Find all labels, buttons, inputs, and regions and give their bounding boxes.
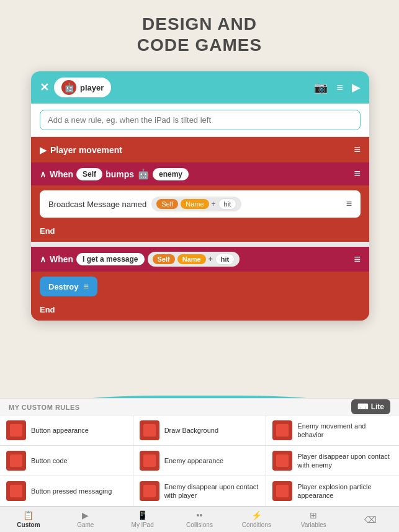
nav-variables-label: Variables xyxy=(301,521,326,528)
broadcast-text: Broadcast Message named xyxy=(48,200,146,209)
when-menu-1[interactable]: ≡ xyxy=(354,167,361,180)
rule-cell-8[interactable]: Player explosion particle appearance xyxy=(266,476,399,506)
enemy-sprite-1: 🤖 xyxy=(137,168,150,180)
rule-cell-0[interactable]: Button appearance xyxy=(0,415,133,445)
top-heading: DESIGN AND CODE GAMES xyxy=(0,0,399,66)
play-icon[interactable]: ▶ xyxy=(352,81,361,94)
delete-icon: ⌫ xyxy=(364,515,377,525)
bumps-text: bumps xyxy=(105,169,134,179)
destroy-button[interactable]: Destroy ≡ xyxy=(40,277,97,296)
rule-thumb-icon-7 xyxy=(143,485,156,497)
when2-plus: + xyxy=(208,255,213,264)
nav-collisions-label: Collisions xyxy=(186,521,213,528)
rule-cell-7[interactable]: Enemy disappear upon contact with player xyxy=(133,476,266,506)
rule-thumb-icon-3 xyxy=(10,454,22,467)
when2-hit-pill[interactable]: hit xyxy=(215,254,235,265)
destroy-block: Destroy ≡ xyxy=(31,272,369,301)
rule-thumb-icon-5 xyxy=(276,454,289,467)
enemy-pill-1[interactable]: enemy xyxy=(153,168,189,180)
chevron-down-icon-2: ∧ xyxy=(40,254,46,264)
rule-cell-6[interactable]: Button pressed messaging xyxy=(0,476,133,506)
when-block-2: ∧ When I get a message Self Name + hit ≡ xyxy=(31,247,369,321)
rule-cell-3[interactable]: Button code xyxy=(0,446,133,476)
destroy-menu-icon[interactable]: ≡ xyxy=(83,282,88,291)
nav-custom-label: Custom xyxy=(17,521,40,528)
heading-line1: DESIGN AND xyxy=(142,14,257,33)
broadcast-name-pill[interactable]: Name xyxy=(181,199,208,209)
when-title-2: ∧ When I get a message Self Name + hit xyxy=(40,252,240,267)
variables-icon: ⊞ xyxy=(310,510,317,520)
camera-icon[interactable]: 📷 xyxy=(314,81,328,94)
rule-text-8: Player explosion particle appearance xyxy=(297,482,393,500)
rule-text-0: Button appearance xyxy=(31,426,89,435)
broadcast-hit-pill[interactable]: hit xyxy=(218,198,237,210)
lite-badge[interactable]: ⌨ Lite xyxy=(351,399,390,414)
rule-thumb-7 xyxy=(140,481,159,501)
expand-icon[interactable]: ▶ xyxy=(40,145,47,155)
keyboard-icon: ⌨ xyxy=(357,402,368,411)
when2-name-pill[interactable]: Name xyxy=(177,254,206,264)
rule-thumb-4 xyxy=(140,451,159,471)
rule-text-4: Enemy appearance xyxy=(164,456,223,465)
rule-thumb-2 xyxy=(272,420,292,440)
rule-thumb-icon-2 xyxy=(276,424,289,437)
when-header-1: ∧ When Self bumps 🤖 enemy ≡ xyxy=(31,162,369,185)
end-label-2: End xyxy=(31,301,369,321)
rule-thumb-3 xyxy=(6,451,26,471)
broadcast-self-pill[interactable]: Self xyxy=(156,199,178,209)
rule-section-header: ▶ Player movement ≡ xyxy=(31,137,369,162)
search-input[interactable] xyxy=(40,110,361,130)
rule-text-5: Player disappear upon contact with enemy xyxy=(297,452,393,470)
end-label-1: End xyxy=(31,223,369,242)
when2-self-pill[interactable]: Self xyxy=(153,254,175,264)
player-name: player xyxy=(80,83,104,92)
nav-variables[interactable]: ⊞ Variables xyxy=(285,508,342,531)
lite-label: Lite xyxy=(371,402,384,411)
nav-myipad[interactable]: 📱 My iPad xyxy=(114,508,171,531)
rule-text-3: Button code xyxy=(31,456,68,465)
rule-text-2: Enemy movement and behavior xyxy=(297,422,393,440)
rule-cell-4[interactable]: Enemy appearance xyxy=(133,446,266,476)
top-bar: ✕ 🤖 player 📷 ≡ ▶ xyxy=(31,71,369,104)
rule-cell-1[interactable]: Draw Background xyxy=(133,415,266,445)
rule-thumb-1 xyxy=(140,420,159,440)
close-button[interactable]: ✕ xyxy=(40,81,49,94)
nav-collisions[interactable]: •• Collisions xyxy=(171,508,228,531)
self-pill-1[interactable]: Self xyxy=(76,168,102,180)
message-pill[interactable]: I get a message xyxy=(76,253,144,265)
rule-thumb-icon-6 xyxy=(10,485,22,497)
when-label-2: When xyxy=(50,254,73,264)
nav-ipad-label: My iPad xyxy=(132,521,154,528)
rule-cell-5[interactable]: Player disappear upon contact with enemy xyxy=(266,446,399,476)
broadcast-content: Broadcast Message named Self Name + hit xyxy=(48,197,241,211)
when2-pill-group: Self Name + hit xyxy=(148,252,240,267)
rule-thumb-icon-0 xyxy=(10,424,22,437)
top-bar-right: 📷 ≡ ▶ xyxy=(314,81,361,94)
conditions-icon: ⚡ xyxy=(251,510,262,520)
collisions-icon: •• xyxy=(197,510,203,520)
list-icon[interactable]: ≡ xyxy=(336,81,343,94)
broadcast-menu-icon[interactable]: ≡ xyxy=(346,198,352,210)
player-sprite: 🤖 xyxy=(61,80,76,95)
when-label-1: When xyxy=(50,169,73,179)
rule-menu-icon[interactable]: ≡ xyxy=(354,143,361,156)
broadcast-action: Broadcast Message named Self Name + hit … xyxy=(31,185,369,223)
chevron-down-icon-1: ∧ xyxy=(40,169,46,179)
nav-custom[interactable]: 📋 Custom xyxy=(0,508,57,531)
section-divider-1 xyxy=(31,242,369,247)
rule-text-6: Button pressed messaging xyxy=(31,487,112,495)
destroy-label: Destroy xyxy=(48,282,78,291)
rule-cell-2[interactable]: Enemy movement and behavior xyxy=(266,415,399,445)
when-menu-2[interactable]: ≡ xyxy=(354,253,361,266)
nav-conditions-label: Conditions xyxy=(242,521,271,528)
when-condition-2: When I get a message Self Name + hit xyxy=(50,252,240,267)
enemy-text-1: enemy xyxy=(159,170,182,179)
rule-thumb-icon-4 xyxy=(143,454,156,467)
self-text-1: Self xyxy=(83,170,96,179)
nav-conditions[interactable]: ⚡ Conditions xyxy=(228,508,285,531)
nav-delete[interactable]: ⌫ xyxy=(342,512,399,527)
nav-game[interactable]: ▶ Game xyxy=(57,508,114,531)
rule-text-1: Draw Background xyxy=(164,426,218,435)
when-header-2: ∧ When I get a message Self Name + hit ≡ xyxy=(31,247,369,272)
rule-thumb-5 xyxy=(272,451,292,471)
